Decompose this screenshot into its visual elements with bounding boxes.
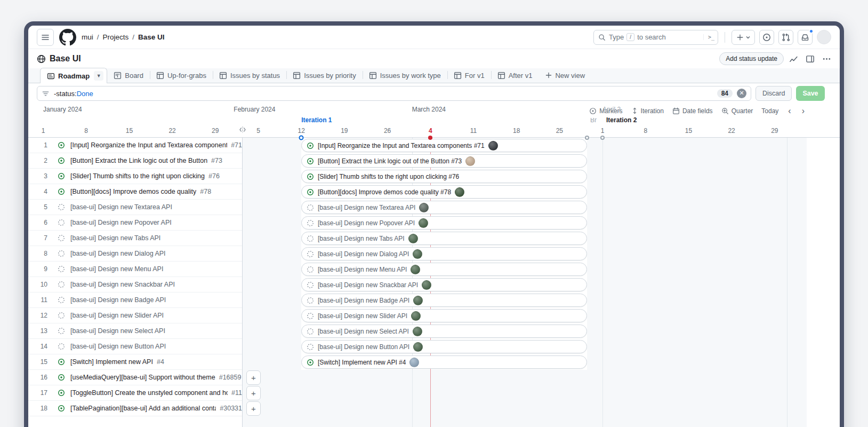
- tab-board[interactable]: Board: [107, 68, 150, 83]
- user-avatar[interactable]: [817, 30, 831, 44]
- scroll-right-button[interactable]: ›: [801, 107, 806, 115]
- gantt-bar[interactable]: [base-ui] Design new Dialog API: [301, 247, 587, 260]
- tab-issues-by-status[interactable]: Issues by status: [213, 68, 286, 83]
- table-row[interactable]: 8[base-ui] Design new Dialog API: [28, 246, 242, 262]
- add-to-timeline-button[interactable]: +: [246, 386, 261, 400]
- add-to-timeline-button[interactable]: +: [246, 370, 261, 385]
- gantt-bar[interactable]: [base-ui] Design new Button API: [301, 340, 587, 353]
- table-row[interactable]: 3[Slider] Thumb shifts to the right upon…: [28, 169, 242, 184]
- side-panel-icon[interactable]: [806, 54, 815, 64]
- tab-roadmap[interactable]: Roadmap▼: [40, 68, 107, 83]
- zoom-in-icon: [721, 107, 729, 115]
- gantt-bar-label: [base-ui] Design new Textarea API: [318, 204, 415, 211]
- gantt-bar[interactable]: [base-ui] Design new Slider API: [301, 309, 587, 322]
- table-row[interactable]: 17[ToggleButton] Create the unstyled com…: [28, 385, 242, 401]
- issue-title: [Button][docs] Improve demos code qualit…: [70, 188, 196, 195]
- filter-value: Done: [77, 90, 93, 98]
- iteration-control[interactable]: Iteration: [631, 107, 664, 115]
- tab-label: Roadmap: [58, 72, 90, 80]
- breadcrumb-separator: /: [132, 33, 134, 41]
- filter-input[interactable]: -status:Done 84 ✕: [37, 86, 751, 101]
- table-row[interactable]: 15[Switch] Implement new API#4: [28, 354, 242, 370]
- table-row[interactable]: 4[Button][docs] Improve demos code quali…: [28, 184, 242, 200]
- gantt-bar-label: [Button] Extract the Link logic out of t…: [318, 157, 462, 165]
- table-row[interactable]: 18[TablePagination][base-ui] Add an addi…: [28, 401, 242, 416]
- date-fields-control[interactable]: Date fields: [672, 107, 713, 115]
- breadcrumb-org[interactable]: mui: [82, 33, 93, 41]
- assignee-avatar: [413, 249, 422, 259]
- gantt-bar[interactable]: [Slider] Thumb shifts to the right upon …: [301, 170, 587, 183]
- table-row[interactable]: 9[base-ui] Design new Menu API: [28, 262, 242, 277]
- search-input[interactable]: Type / to search >_: [593, 30, 718, 45]
- breadcrumb-project-name[interactable]: Base UI: [138, 33, 165, 41]
- assignee-avatar: [413, 296, 423, 305]
- new-view-button[interactable]: New view: [539, 68, 591, 83]
- gantt-bar-label: [base-ui] Design new Badge API: [318, 297, 409, 304]
- github-logo[interactable]: [59, 29, 76, 46]
- gantt-bar-label: [base-ui] Design new Button API: [318, 343, 409, 351]
- clear-filter-button[interactable]: ✕: [737, 89, 746, 98]
- gantt-bar-label: [base-ui] Design new Menu API: [318, 266, 407, 273]
- iteration-label: Iteration 1: [301, 116, 332, 124]
- issues-button[interactable]: [759, 30, 774, 45]
- create-new-button[interactable]: [732, 30, 755, 45]
- table-row[interactable]: 13[base-ui] Design new Select API: [28, 323, 242, 339]
- table-row[interactable]: 5[base-ui] Design new Textarea API: [28, 200, 242, 215]
- table-row[interactable]: 14[base-ui] Design new Button API: [28, 339, 242, 354]
- quarter-control[interactable]: Quarter: [721, 107, 753, 115]
- gantt-bar[interactable]: [Input] Reorganize the Input and Textare…: [301, 139, 587, 152]
- gantt-bar[interactable]: [base-ui] Design new Menu API: [301, 263, 587, 276]
- kebab-menu-icon[interactable]: [822, 54, 831, 64]
- tab-up-for-grabs[interactable]: Up-for-grabs: [150, 68, 213, 83]
- assignee-avatar: [455, 187, 464, 197]
- command-palette-icon[interactable]: >_: [703, 34, 714, 40]
- gantt-bar[interactable]: [Button] Extract the Link logic out of t…: [301, 154, 587, 168]
- plus-icon: [545, 72, 552, 79]
- inbox-button[interactable]: [798, 30, 813, 45]
- project-title: Base UI: [37, 54, 81, 64]
- tab-issues-by-priority[interactable]: Issues by priority: [286, 68, 363, 83]
- breadcrumb-projects[interactable]: Projects: [103, 33, 129, 41]
- assignee-avatar: [465, 156, 475, 166]
- gantt-bar[interactable]: [base-ui] Design new Badge API: [301, 294, 587, 307]
- tab-options-button[interactable]: ▼: [94, 71, 103, 81]
- gantt-bar[interactable]: [base-ui] Design new Popover API: [301, 216, 587, 230]
- table-row[interactable]: 1[Input] Reorganize the Input and Textar…: [28, 138, 242, 153]
- table-row[interactable]: 6[base-ui] Design new Popover API: [28, 215, 242, 231]
- tab-issues-by-work-type[interactable]: Issues by work type: [363, 68, 447, 83]
- tab-for-v1[interactable]: For v1: [447, 68, 491, 83]
- table-row[interactable]: 10[base-ui] Design new Snackbar API: [28, 277, 242, 292]
- table-row[interactable]: 16[useMediaQuery][base-ui] Support witho…: [28, 370, 242, 385]
- gantt-bar[interactable]: [base-ui] Design new Snackbar API: [301, 278, 587, 291]
- add-to-timeline-button[interactable]: +: [246, 401, 261, 416]
- control-label: Quarter: [732, 107, 753, 115]
- issue-title: [useMediaQuery][base-ui] Support without…: [70, 374, 215, 381]
- insights-icon[interactable]: [789, 54, 798, 64]
- gantt-bar[interactable]: [Button][docs] Improve demos code qualit…: [301, 185, 587, 199]
- table-row[interactable]: 12[base-ui] Design new Slider API: [28, 308, 242, 323]
- pull-requests-button[interactable]: [778, 30, 793, 45]
- save-button[interactable]: Save: [796, 86, 824, 101]
- hamburger-menu-button[interactable]: [37, 29, 54, 46]
- today-control[interactable]: Today: [761, 107, 778, 115]
- table-row[interactable]: 2[Button] Extract the Link logic out of …: [28, 153, 242, 169]
- gantt-bar[interactable]: [base-ui] Design new Textarea API: [301, 201, 587, 214]
- table-row[interactable]: 11[base-ui] Design new Badge API: [28, 292, 242, 308]
- notification-dot: [809, 29, 814, 34]
- gantt-bar[interactable]: [base-ui] Design new Select API: [301, 325, 587, 338]
- iteration-boundary-marker: [585, 136, 589, 140]
- discard-button[interactable]: Discard: [756, 86, 792, 101]
- assignee-avatar: [411, 265, 420, 274]
- draft-issue-icon: [307, 235, 314, 242]
- issue-opened-icon: [307, 157, 314, 165]
- draft-issue-icon: [58, 250, 66, 257]
- gantt-bar[interactable]: [Switch] Implement new API #4: [301, 355, 587, 369]
- roadmap-chart: [Input] Reorganize the Input and Textare…: [28, 137, 840, 427]
- tab-after-v1[interactable]: After v1: [491, 68, 539, 83]
- table-row[interactable]: 7[base-ui] Design new Tabs API: [28, 231, 242, 246]
- scroll-left-button[interactable]: ‹: [787, 107, 792, 115]
- gantt-bar[interactable]: [base-ui] Design new Tabs API: [301, 232, 587, 245]
- date-tick: 8: [84, 127, 88, 135]
- column-resize-handle[interactable]: [238, 126, 247, 133]
- add-status-update-button[interactable]: Add status update: [719, 52, 784, 65]
